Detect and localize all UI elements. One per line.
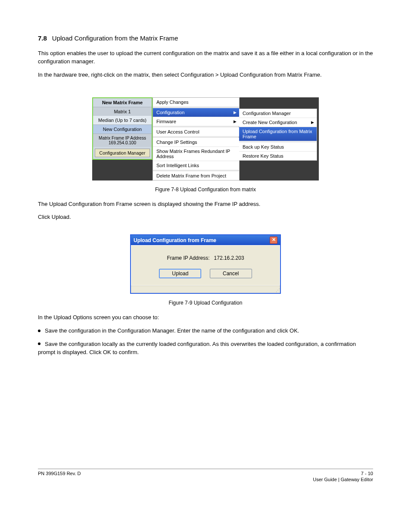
figure-1-caption: Figure 7-8 Upload Configuration from mat… xyxy=(38,187,373,193)
menu-item-sort-links[interactable]: Sort Intelligent Links xyxy=(153,161,239,170)
submenu-item-backup-key[interactable]: Back up Key Status xyxy=(239,143,317,152)
menu-item-apply-changes[interactable]: Apply Changes xyxy=(153,98,239,107)
dialog-statusbar: ⋰ xyxy=(131,286,280,293)
menu-item-firmware[interactable]: Firmware▶ xyxy=(153,117,239,126)
submenu-item-create-new[interactable]: Create New Configuration▶ xyxy=(239,118,317,127)
menu-item-delete-frame[interactable]: Delete Matrix Frame from Project xyxy=(153,171,239,180)
sidebar-ip-address: Matrix Frame IP Address169.254.0.100 xyxy=(93,134,152,147)
context-menu: Apply Changes Configuration▶ Firmware▶ U… xyxy=(153,97,240,180)
section-title: Upload Configuration from the Matrix Fra… xyxy=(48,34,178,42)
mid-para-1: The Upload Configuration from Frame scre… xyxy=(38,200,373,208)
submenu-configuration: Configuration Manager Create New Configu… xyxy=(239,109,317,161)
dialog-title-text: Upload Configuration from Frame xyxy=(134,237,216,243)
footer-right: 7 - 10 xyxy=(361,471,373,476)
chevron-right-icon: ▶ xyxy=(311,120,314,124)
menu-item-user-access-control[interactable]: User Access Control xyxy=(153,128,239,137)
steps-intro: In the Upload Options screen you can cho… xyxy=(38,314,373,322)
section-number: 7.8 xyxy=(38,34,47,42)
menu-item-change-ip[interactable]: Change IP Settings xyxy=(153,138,239,147)
frame-ip-value: 172.16.2.203 xyxy=(214,255,244,261)
step-option-2: Save the configuration locally as the cu… xyxy=(38,340,373,357)
sidebar-item-selected[interactable]: New Configuration xyxy=(93,125,152,134)
chevron-right-icon: ▶ xyxy=(234,119,237,124)
menu-item-show-redundant-ip[interactable]: Show Matrix Frames Redundant IP Address xyxy=(153,147,239,161)
frame-ip-row: Frame IP Address: 172.16.2.203 xyxy=(137,255,274,261)
submenu-item-config-manager[interactable]: Configuration Manager xyxy=(239,109,317,118)
figure-2: Upload Configuration from Frame ✕ Frame … xyxy=(38,234,373,306)
cancel-button[interactable]: Cancel xyxy=(210,269,252,278)
figure-1: New Matrix Frame Matrix 1 Median (Up to … xyxy=(38,96,373,193)
step-option-1: Save the configuration in the Configurat… xyxy=(38,327,373,335)
sidebar-item[interactable]: Median (Up to 7 cards) xyxy=(93,116,152,125)
upload-button[interactable]: Upload xyxy=(159,269,201,278)
page-footer: PN 399G159 Rev. D 7 - 10 xyxy=(38,469,373,476)
chevron-right-icon: ▶ xyxy=(234,110,237,115)
figure-2-caption: Figure 7-9 Upload Configuration xyxy=(38,300,373,306)
sidebar-panel: New Matrix Frame Matrix 1 Median (Up to … xyxy=(92,97,153,160)
footer-bottom: User Guide | Gateway Editor xyxy=(38,477,373,482)
intro-para-2: In the hardware tree, right-click on the… xyxy=(38,71,373,79)
resize-grip-icon[interactable]: ⋰ xyxy=(276,288,279,292)
submenu-item-restore-key[interactable]: Restore Key Status xyxy=(239,152,317,160)
menu-item-configuration[interactable]: Configuration▶ xyxy=(153,108,239,117)
dialog-titlebar: Upload Configuration from Frame ✕ xyxy=(131,235,280,245)
footer-left: PN 399G159 Rev. D xyxy=(38,471,81,476)
sidebar-item[interactable]: Matrix 1 xyxy=(93,107,152,116)
sidebar-header: New Matrix Frame xyxy=(93,98,152,107)
intro-para-1: This option enables the user to upload t… xyxy=(38,50,373,66)
mid-para-2: Click Upload. xyxy=(38,213,373,221)
close-icon[interactable]: ✕ xyxy=(270,236,277,244)
configuration-manager-button[interactable]: Configuration Manager xyxy=(95,149,150,157)
submenu-item-upload-config[interactable]: Upload Configuration from Matrix Frame xyxy=(239,127,317,141)
